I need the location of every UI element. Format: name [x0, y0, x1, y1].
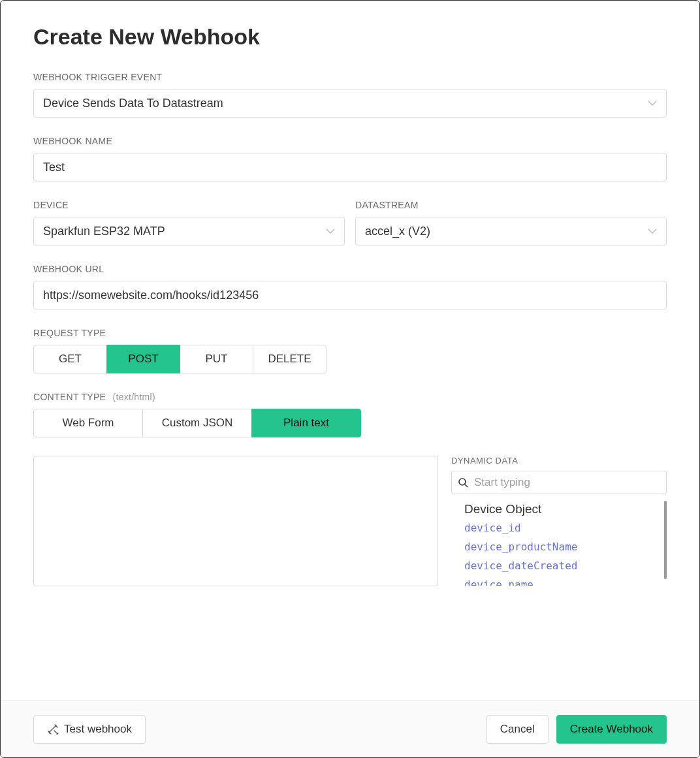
request-type-post[interactable]: POST	[106, 345, 180, 373]
request-type-put[interactable]: PUT	[180, 345, 253, 373]
dynamic-data-list[interactable]: Device Object device_id device_productNa…	[451, 501, 667, 586]
dynamic-data-item[interactable]: device_id	[464, 522, 667, 534]
datastream-select[interactable]: accel_x (V2)	[355, 217, 667, 245]
create-webhook-button[interactable]: Create Webhook	[556, 715, 667, 744]
device-label: DEVICE	[33, 200, 345, 210]
dynamic-data-item[interactable]: device_productName	[464, 541, 667, 553]
dynamic-data-item[interactable]: device_dateCreated	[464, 560, 667, 572]
test-webhook-label: Test webhook	[64, 723, 132, 736]
request-type-group: GET POST PUT DELETE	[33, 345, 326, 373]
content-type-webform[interactable]: Web Form	[33, 409, 143, 437]
content-type-customjson[interactable]: Custom JSON	[142, 409, 252, 437]
trigger-select[interactable]: Device Sends Data To Datastream	[33, 89, 667, 118]
scrollbar[interactable]	[664, 501, 667, 579]
trigger-label: WEBHOOK TRIGGER EVENT	[33, 72, 667, 82]
content-type-label-text: CONTENT TYPE	[33, 392, 106, 402]
footer: Test webhook Cancel Create Webhook	[1, 700, 699, 757]
dynamic-data-search[interactable]	[451, 471, 667, 494]
content-type-label: CONTENT TYPE (text/html)	[33, 392, 667, 402]
dynamic-data-item[interactable]: device_name	[464, 578, 667, 586]
url-label: WEBHOOK URL	[33, 264, 667, 274]
svg-line-1	[465, 484, 468, 487]
tools-icon	[47, 723, 59, 735]
content-type-group: Web Form Custom JSON Plain text	[33, 409, 361, 437]
device-select[interactable]: Sparkfun ESP32 MATP	[33, 217, 345, 245]
search-icon	[458, 477, 468, 488]
dynamic-data-group-header: Device Object	[464, 502, 667, 516]
request-type-label: REQUEST TYPE	[33, 328, 667, 338]
name-input-wrap	[33, 153, 667, 182]
device-value: Sparkfun ESP32 MATP	[43, 225, 165, 238]
name-label: WEBHOOK NAME	[33, 136, 667, 146]
trigger-value: Device Sends Data To Datastream	[43, 97, 223, 110]
chevron-down-icon	[648, 225, 657, 238]
request-type-delete[interactable]: DELETE	[253, 345, 326, 373]
chevron-down-icon	[326, 225, 335, 238]
svg-point-0	[459, 479, 466, 485]
cancel-label: Cancel	[500, 723, 535, 736]
dynamic-data-label: DYNAMIC DATA	[451, 456, 667, 466]
datastream-value: accel_x (V2)	[365, 225, 430, 238]
create-webhook-label: Create Webhook	[570, 723, 653, 736]
datastream-label: DATASTREAM	[355, 200, 667, 210]
name-input[interactable]	[43, 161, 657, 174]
url-input[interactable]	[43, 289, 657, 302]
test-webhook-button[interactable]: Test webhook	[33, 715, 146, 744]
page-title: Create New Webhook	[33, 24, 667, 50]
url-input-wrap	[33, 281, 667, 309]
payload-textarea[interactable]	[33, 456, 438, 586]
request-type-get[interactable]: GET	[33, 345, 107, 373]
content-type-hint: (text/html)	[112, 392, 155, 402]
cancel-button[interactable]: Cancel	[486, 715, 549, 744]
chevron-down-icon	[648, 97, 657, 110]
content-type-plaintext[interactable]: Plain text	[251, 409, 361, 437]
